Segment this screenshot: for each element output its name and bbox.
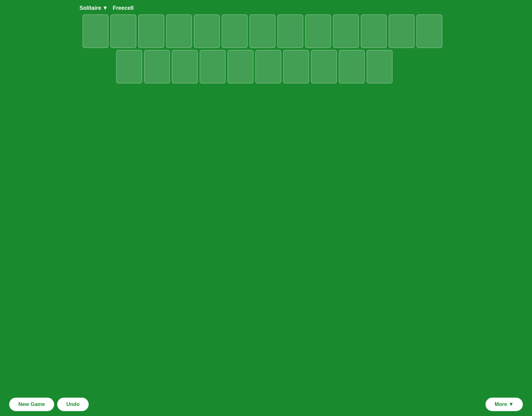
zones-area (79, 14, 453, 84)
empty-slot[interactable] (333, 14, 359, 48)
empty-slot[interactable] (116, 50, 142, 84)
bottom-bar: New Game Undo More ▼ (0, 393, 532, 416)
empty-slot[interactable] (305, 14, 331, 48)
empty-slot[interactable] (361, 14, 387, 48)
brand-arrow: ▼ (102, 5, 108, 11)
empty-slot[interactable] (144, 50, 170, 84)
undo-button[interactable]: Undo (57, 398, 89, 411)
empty-slot[interactable] (200, 50, 226, 84)
brand-label: Solitaire (79, 5, 101, 11)
zone-row-2 (79, 50, 453, 84)
empty-slot[interactable] (339, 50, 365, 84)
empty-slot[interactable] (389, 14, 415, 48)
empty-slot[interactable] (172, 50, 198, 84)
empty-slot[interactable] (83, 14, 109, 48)
empty-slot[interactable] (277, 14, 303, 48)
game-name: Freecell (113, 5, 134, 11)
empty-slot[interactable] (110, 14, 136, 48)
new-game-button[interactable]: New Game (9, 398, 54, 411)
empty-slot[interactable] (367, 50, 393, 84)
empty-slot[interactable] (311, 50, 337, 84)
empty-slot[interactable] (138, 14, 164, 48)
solitaire-brand[interactable]: Solitaire ▼ (79, 5, 108, 11)
empty-slot[interactable] (222, 14, 248, 48)
empty-slot[interactable] (227, 50, 253, 84)
empty-slot[interactable] (249, 14, 275, 48)
empty-slot[interactable] (416, 14, 442, 48)
zone-row-1 (79, 14, 453, 48)
more-button[interactable]: More ▼ (486, 398, 523, 411)
empty-slot[interactable] (255, 50, 281, 84)
empty-slot[interactable] (283, 50, 309, 84)
empty-slot[interactable] (166, 14, 192, 48)
left-buttons: New Game Undo (9, 398, 89, 411)
empty-slot[interactable] (194, 14, 220, 48)
